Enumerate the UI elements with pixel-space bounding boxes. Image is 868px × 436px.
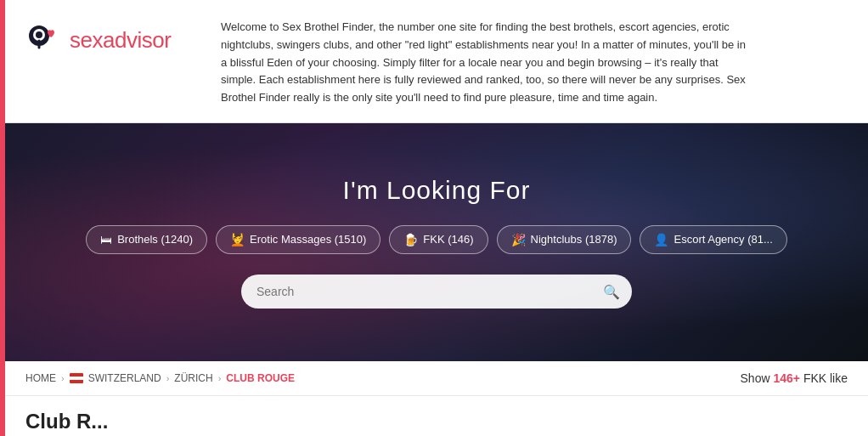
logo-icon (25, 24, 63, 56)
bottom-strip: Club R... (5, 396, 868, 436)
nightclubs-icon: 🎉 (511, 233, 526, 246)
pill-erotic-massages[interactable]: 💆 Erotic Massages (1510) (216, 225, 380, 254)
breadcrumb-current: CLUB ROUGE (226, 372, 295, 384)
search-input[interactable] (241, 275, 632, 309)
page-wrapper: sexadvisor Welcome to Sex Brothel Finder… (0, 0, 868, 436)
breadcrumb: HOME › SWITZERLAND › ZÜRICH › CLUB ROUGE (25, 372, 295, 384)
show-count: 146+ (773, 371, 800, 385)
fkk-icon: 🍺 (403, 233, 418, 246)
pill-brothels[interactable]: 🛏 Brothels (1240) (86, 225, 207, 254)
breadcrumb-sep-1: › (61, 373, 65, 383)
show-prefix: Show (741, 371, 770, 385)
erotic-massages-icon: 💆 (230, 233, 245, 246)
svg-point-2 (36, 31, 42, 38)
breadcrumb-sep-3: › (218, 373, 222, 383)
show-suffix: FKK like (803, 371, 848, 385)
search-container: 🔍 (241, 275, 632, 309)
pill-escort-agency[interactable]: 👤 Escort Agency (81... (640, 225, 786, 254)
erotic-massages-label: Erotic Massages (1510) (250, 233, 366, 246)
page-title: Club R... (25, 410, 108, 433)
logo-text-after: advisor (103, 27, 171, 53)
pill-fkk[interactable]: 🍺 FKK (146) (389, 225, 488, 254)
category-pills: 🛏 Brothels (1240) 💆 Erotic Massages (151… (86, 225, 787, 254)
header-description: Welcome to Sex Brothel Finder, the numbe… (221, 15, 747, 107)
switzerland-flag (70, 373, 83, 383)
fkk-label: FKK (146) (423, 233, 473, 246)
logo-text: sexadvisor (70, 27, 171, 54)
nightclubs-label: Nightclubs (1878) (531, 233, 617, 246)
header: sexadvisor Welcome to Sex Brothel Finder… (5, 0, 868, 123)
breadcrumb-bar: HOME › SWITZERLAND › ZÜRICH › CLUB ROUGE… (5, 361, 868, 396)
brothels-label: Brothels (1240) (117, 233, 193, 246)
logo-text-before: sex (70, 27, 103, 53)
breadcrumb-sep-2: › (166, 373, 170, 383)
show-info: Show 146+ FKK like (741, 371, 848, 385)
pill-nightclubs[interactable]: 🎉 Nightclubs (1878) (497, 225, 632, 254)
brothels-icon: 🛏 (100, 233, 112, 246)
main-content: sexadvisor Welcome to Sex Brothel Finder… (5, 0, 868, 436)
search-button[interactable]: 🔍 (603, 283, 620, 299)
hero-banner: I'm Looking For 🛏 Brothels (1240) 💆 Erot… (5, 123, 868, 361)
logo-area: sexadvisor (25, 24, 195, 56)
breadcrumb-city[interactable]: ZÜRICH (174, 372, 212, 384)
escort-icon: 👤 (654, 233, 668, 246)
breadcrumb-home[interactable]: HOME (25, 372, 56, 384)
escort-label: Escort Agency (81... (674, 233, 772, 246)
breadcrumb-country[interactable]: SWITZERLAND (88, 372, 161, 384)
hero-title: I'm Looking For (343, 176, 531, 205)
